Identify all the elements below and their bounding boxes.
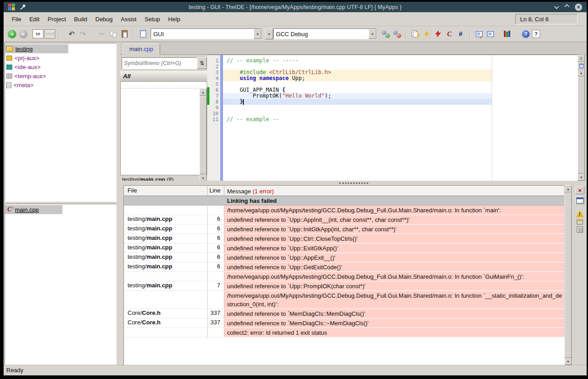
editor-scrollbar-thumb[interactable] xyxy=(578,76,585,173)
rebuild-button[interactable] xyxy=(392,29,402,39)
menu-debug[interactable]: Debug xyxy=(91,14,117,24)
column-header-line[interactable]: Line xyxy=(208,186,224,196)
maximize-window-button[interactable] xyxy=(564,4,569,9)
shade-window-button[interactable] xyxy=(554,4,559,9)
paste-button[interactable] xyxy=(119,29,130,39)
package-combo[interactable]: GUI ▼ xyxy=(151,28,262,39)
edited-line-marker xyxy=(207,93,209,99)
menu-assist[interactable]: Assist xyxy=(117,14,141,24)
chevron-down-icon[interactable]: ▼ xyxy=(369,29,376,39)
menu-project[interactable]: Project xyxy=(43,14,70,24)
redo-button[interactable]: ↷ xyxy=(78,29,88,39)
horizontal-splitter[interactable] xyxy=(120,181,587,185)
console-error-row[interactable]: collect2: error: ld returned 1 exit stat… xyxy=(124,328,564,337)
package-item-prjaux[interactable]: <prj-aux> xyxy=(5,53,116,62)
package-item-testing[interactable]: testing xyxy=(5,44,68,53)
navigator-icon[interactable] xyxy=(578,62,585,69)
copy-button[interactable] xyxy=(108,29,119,39)
symbol-list[interactable]: ▲ ▼ xyxy=(120,82,207,175)
console-error-row[interactable]: testing/main.cpp6undefined reference to … xyxy=(124,253,564,262)
scrollbar-thumb[interactable] xyxy=(564,192,572,358)
undo-button[interactable]: ↶ xyxy=(66,29,77,39)
scroll-up-button[interactable]: ▲ xyxy=(199,89,207,96)
console-output-button[interactable] xyxy=(575,196,584,204)
package-small-icon[interactable] xyxy=(577,220,583,225)
console-error-row[interactable]: Core/Core.h337undefined reference to `Me… xyxy=(124,309,564,318)
code-editor[interactable]: 1234567891011 // -- example -- ····· #in… xyxy=(207,55,578,181)
menu-setup[interactable]: Setup xyxy=(141,14,164,24)
menu-build[interactable]: Build xyxy=(70,14,91,24)
console-error-row[interactable]: /home/vega/upp.out/MyApps/testing/GCC.De… xyxy=(124,206,564,215)
tree-label: <temp-aux> xyxy=(14,73,46,80)
code-text-area[interactable]: // -- example -- ····· #include <CtrlLib… xyxy=(223,55,578,181)
hex-mode-button[interactable]: 1010 xyxy=(44,29,55,38)
scroll-up-button[interactable]: ▲ xyxy=(564,185,572,192)
error-file-cell: Core/Core.h xyxy=(124,309,208,318)
console-button[interactable]: C xyxy=(444,29,455,39)
scrollbar-thumb[interactable] xyxy=(199,96,207,174)
package-item-tempaux[interactable]: <temp-aux> xyxy=(5,71,116,80)
close-console-button[interactable]: × xyxy=(575,186,584,194)
column-header-file[interactable]: File xyxy=(124,186,208,196)
console-error-row[interactable]: /home/vega/upp.out/MyApps/testing/GCC.De… xyxy=(124,291,564,309)
scroll-down-button[interactable]: ▼ xyxy=(578,173,585,181)
organizer-button[interactable] xyxy=(138,29,148,39)
build-button[interactable] xyxy=(380,29,391,39)
layout-button[interactable] xyxy=(485,29,496,39)
debug-button[interactable] xyxy=(433,29,443,39)
navigate-forward-button[interactable]: ► xyxy=(18,29,28,39)
symbol-list-scrollbar[interactable]: ▲ ▼ xyxy=(199,89,207,181)
execute-button[interactable] xyxy=(410,29,421,39)
text-mode-button[interactable]: txt xyxy=(33,29,43,38)
editor-file-status: testing/main.cpp (8) xyxy=(122,177,174,181)
console-section-row[interactable]: Linking has failed xyxy=(124,196,564,206)
error-message-cell: collect2: error: ld returned 1 exit stat… xyxy=(224,328,564,337)
console-error-row[interactable]: testing/main.cpp6undefined reference to … xyxy=(124,262,564,272)
console-error-row[interactable]: testing/main.cpp7undefined reference to … xyxy=(124,281,564,291)
package-item-meta[interactable]: <meta> xyxy=(5,80,116,89)
console-error-row[interactable]: Core/Core.h337undefined reference to `Me… xyxy=(124,318,564,328)
console-error-row[interactable]: testing/main.cpp6undefined reference to … xyxy=(124,215,564,225)
chevron-down-icon[interactable]: ▼ xyxy=(254,29,261,39)
error-message-cell: undefined reference to `MemDiagCls::~Mem… xyxy=(224,318,564,328)
scroll-down-button[interactable]: ▼ xyxy=(564,358,572,365)
run-options-button[interactable] xyxy=(422,29,432,39)
console-error-row[interactable]: /home/vega/upp.out/MyApps/testing/GCC.De… xyxy=(124,272,564,281)
package-item-ideaux[interactable]: <ide-aux> xyxy=(5,62,116,71)
line-number: 4 xyxy=(207,75,220,81)
console-scrollbar[interactable]: ▲ ▼ xyxy=(564,185,572,365)
scroll-down-button[interactable]: ▼ xyxy=(199,174,207,181)
menu-edit[interactable]: Edit xyxy=(25,14,43,24)
bookmarks-icon[interactable]: ≡ xyxy=(578,55,585,62)
titlebar[interactable]: testing - GUI - TheIDE - [/home/vega/MyA… xyxy=(4,2,587,12)
help-button[interactable]: ? xyxy=(521,29,531,39)
text-cursor xyxy=(243,99,244,105)
editor-gutter[interactable]: 1234567891011 xyxy=(207,55,220,181)
designer-button[interactable] xyxy=(474,29,484,39)
topics-button[interactable] xyxy=(502,29,512,39)
build-method-dropdown-button[interactable]: ▼ xyxy=(265,28,273,39)
scroll-up-button[interactable]: ▲ xyxy=(578,69,585,76)
context-help-button[interactable]: ? xyxy=(532,30,540,38)
column-header-message[interactable]: Message (1 error) xyxy=(224,186,564,196)
menu-help[interactable]: Help xyxy=(164,14,185,24)
console-error-row[interactable]: testing/main.cpp6undefined reference to … xyxy=(124,225,564,234)
build-mode-combo[interactable]: GCC Debug ▼ xyxy=(273,28,377,39)
console-header-row[interactable]: File Line Message (1 error) xyxy=(124,186,564,196)
sort-button[interactable]: ⇅ xyxy=(197,57,207,69)
splitter-handle[interactable] xyxy=(339,182,368,184)
console-error-row[interactable]: testing/main.cpp6undefined reference to … xyxy=(124,243,564,253)
tab-main-cpp[interactable]: main.cpp xyxy=(123,43,160,55)
close-window-button[interactable]: × xyxy=(575,4,582,11)
menu-file[interactable]: File xyxy=(8,14,25,24)
symbol-filter-header[interactable]: All xyxy=(120,71,207,82)
paste-icon xyxy=(122,30,128,37)
navigate-back-button[interactable]: ◄ xyxy=(7,29,17,39)
symbol-search-input[interactable] xyxy=(122,57,197,69)
memory-chip-icon[interactable] xyxy=(577,226,583,233)
warning-icon[interactable] xyxy=(576,211,584,218)
count-button[interactable]: # xyxy=(455,29,466,39)
cut-button[interactable]: ✂ xyxy=(97,29,107,39)
console-error-row[interactable]: testing/main.cpp6undefined reference to … xyxy=(124,234,564,243)
file-item-main.cpp[interactable]: main.cpp xyxy=(5,205,62,214)
